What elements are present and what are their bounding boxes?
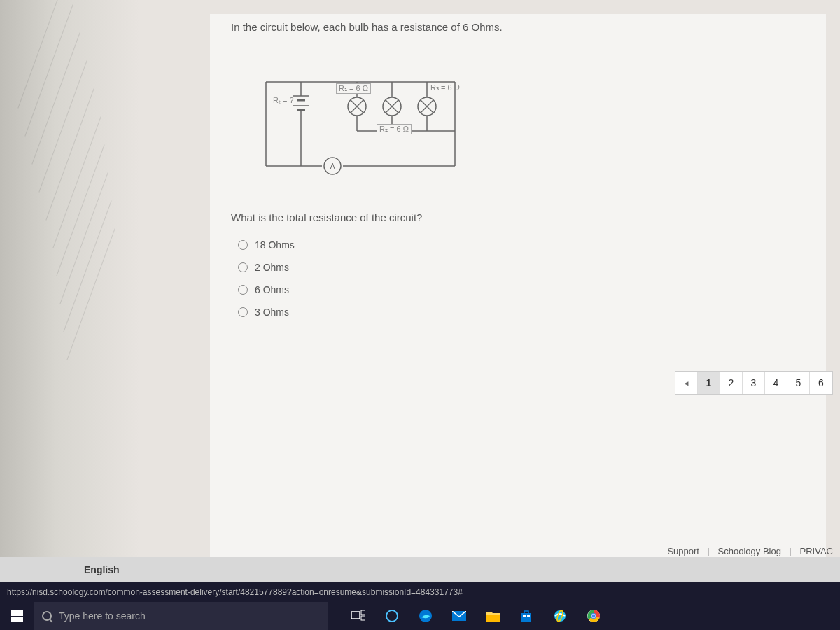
radio-icon [238,240,248,250]
circuit-diagram: A Rₜ = ? R₁ = 6 Ω R₂ = 6 Ω R₃ = 6 Ω [252,61,469,180]
svg-rect-32 [361,616,365,620]
footer-separator: | [708,546,710,556]
content-area: In the circuit below, each bulb has a re… [210,14,826,560]
blog-link[interactable]: Schoology Blog [718,546,781,556]
footer-links: Support | Schoology Blog | PRIVAC [667,546,833,556]
page-3[interactable]: 3 [743,372,765,394]
option-label: 18 Ohms [255,239,295,251]
left-shadow-decoration [0,0,140,557]
language-bar[interactable]: English [0,557,840,582]
svg-point-33 [386,610,398,622]
options-group: 18 Ohms 2 Ohms 6 Ohms 3 Ohms [210,230,826,327]
cortana-icon[interactable] [375,602,409,630]
page-4[interactable]: 4 [765,372,788,394]
option-label: 2 Ohms [255,262,289,273]
label-r1: R₁ = 6 Ω [336,83,371,94]
mail-icon[interactable] [442,602,476,630]
question-intro: In the circuit below, each bulb has a re… [210,14,826,40]
radio-icon [238,262,248,272]
radio-icon [238,285,248,295]
radio-icon [238,307,248,317]
pagination: ◄ 1 2 3 4 5 6 [675,371,833,395]
svg-rect-30 [351,612,360,619]
edge-icon[interactable] [409,602,442,630]
chrome-icon[interactable] [577,602,610,630]
footer-separator: | [790,546,792,556]
svg-rect-36 [486,615,500,622]
browser-status-bar: https://nisd.schoology.com/common-assess… [0,582,840,602]
taskbar-search[interactable]: Type here to search [34,602,328,630]
option-2-ohms[interactable]: 2 Ohms [238,256,798,279]
search-placeholder: Type here to search [59,610,146,622]
svg-rect-31 [361,610,365,615]
support-link[interactable]: Support [667,546,699,556]
status-url: https://nisd.schoology.com/common-assess… [7,587,463,597]
page-5[interactable]: 5 [788,372,810,394]
question-prompt: What is the total resistance of the circ… [210,201,826,230]
search-icon [42,611,52,621]
start-button[interactable] [0,602,34,630]
label-rt: Rₜ = ? [273,96,294,105]
windows-icon [11,610,23,622]
ie-icon[interactable] [543,602,577,630]
svg-text:A: A [330,162,335,170]
task-view-icon[interactable] [342,602,375,630]
option-label: 6 Ohms [255,284,289,295]
privacy-link[interactable]: PRIVAC [800,546,833,556]
page-2[interactable]: 2 [720,372,743,394]
svg-point-45 [592,615,596,618]
page-6[interactable]: 6 [810,372,832,394]
explorer-icon[interactable] [476,602,510,630]
svg-rect-39 [527,615,530,617]
label-r2: R₂ = 6 Ω [377,124,412,134]
page-1[interactable]: 1 [698,372,720,394]
page-prev[interactable]: ◄ [676,372,698,394]
taskbar-icons [342,602,610,630]
option-3-ohms[interactable]: 3 Ohms [238,301,798,323]
svg-rect-38 [523,615,526,617]
language-label: English [84,564,120,575]
option-label: 3 Ohms [255,307,289,318]
option-6-ohms[interactable]: 6 Ohms [238,279,798,301]
taskbar: Type here to search [0,602,840,630]
store-icon[interactable] [510,602,543,630]
label-r3: R₃ = 6 Ω [430,83,460,92]
option-18-ohms[interactable]: 18 Ohms [238,234,798,256]
